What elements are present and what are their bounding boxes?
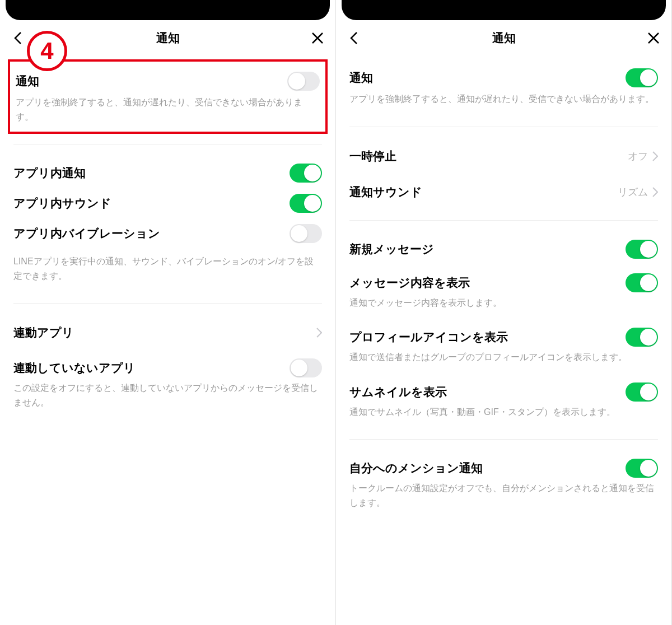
toggle-knob: [640, 69, 657, 86]
pause-value: オフ: [628, 150, 648, 163]
divider: [349, 127, 658, 127]
page-title: 通知: [492, 30, 516, 46]
close-icon: [311, 32, 324, 44]
chevron-right-icon: [652, 151, 658, 161]
step-badge: 4: [27, 31, 67, 71]
main-toggle-description: アプリを強制終了すると、通知が遅れたり、受信できない場合があります。: [349, 92, 658, 116]
close-button[interactable]: [310, 30, 325, 46]
new-message-row: 新規メッセージ: [349, 232, 658, 262]
linked-apps-row[interactable]: 連動アプリ: [13, 315, 322, 351]
main-toggle-description: アプリを強制終了すると、通知が遅れたり、受信できない場合があります。: [16, 95, 320, 126]
screenshot-right: 通知 通知 アプリを強制終了すると、通知が遅れたり、受信できない場合があります。…: [336, 0, 672, 625]
screenshot-left: 通知 4 通知 アプリを強制終了すると、通知が遅れたり、受信できない場合がありま…: [0, 0, 336, 625]
pause-label: 一時停止: [349, 148, 396, 164]
new-message-label: 新規メッセージ: [349, 241, 434, 257]
divider: [13, 144, 322, 144]
back-button[interactable]: [346, 30, 362, 46]
toggle-knob: [640, 274, 657, 291]
show-thumbnail-row: サムネイルを表示: [349, 375, 658, 405]
show-profile-toggle[interactable]: [626, 328, 658, 347]
app-notification-row: アプリ内通知: [13, 156, 322, 186]
divider: [13, 303, 322, 304]
app-vibration-toggle[interactable]: [290, 224, 322, 243]
toggle-knob: [304, 195, 321, 212]
page-title: 通知: [156, 30, 180, 46]
mention-label: 自分へのメンション通知: [349, 460, 483, 476]
main-toggle-label: 通知: [16, 73, 39, 89]
toggle-knob: [640, 241, 657, 258]
toggle-knob: [291, 360, 307, 376]
unlinked-apps-row: 連動していないアプリ: [13, 351, 322, 381]
unlinked-apps-description: この設定をオフにすると、連動していないアプリからのメッセージを受信しません。: [13, 381, 322, 419]
status-bar: [342, 0, 666, 20]
close-button[interactable]: [646, 30, 661, 46]
chevron-right-icon: [316, 328, 322, 338]
mention-row: 自分へのメンション通知: [349, 451, 658, 481]
main-toggle-row: 通知: [16, 67, 320, 95]
unlinked-apps-toggle[interactable]: [290, 358, 322, 377]
show-content-label: メッセージ内容を表示: [349, 275, 470, 291]
chevron-left-icon: [14, 31, 22, 45]
show-profile-label: プロフィールアイコンを表示: [349, 329, 508, 345]
show-thumbnail-label: サムネイルを表示: [349, 384, 447, 400]
new-message-toggle[interactable]: [626, 240, 658, 259]
close-icon: [647, 32, 660, 44]
toggle-knob: [640, 329, 657, 346]
pause-row[interactable]: 一時停止 オフ: [349, 138, 658, 174]
divider: [349, 220, 658, 221]
main-toggle[interactable]: [287, 72, 320, 91]
app-notification-label: アプリ内通知: [13, 165, 86, 181]
main-toggle-label: 通知: [349, 70, 373, 86]
mention-toggle[interactable]: [626, 459, 658, 478]
mention-description: トークルームの通知設定がオフでも、自分がメンションされると通知を受信します。: [349, 481, 658, 520]
app-sound-label: アプリ内サウンド: [13, 195, 111, 211]
chevron-right-icon: [652, 187, 658, 197]
status-bar: [6, 0, 330, 20]
sound-value-wrap: リズム: [618, 185, 658, 199]
linked-apps-label: 連動アプリ: [13, 325, 74, 341]
sound-value: リズム: [618, 185, 648, 199]
chevron-left-icon: [350, 31, 358, 45]
app-sound-row: アプリ内サウンド: [13, 186, 322, 216]
show-content-toggle[interactable]: [626, 273, 658, 292]
show-thumbnail-description: 通知でサムネイル（写真・動画・GIF・スタンプ）を表示します。: [349, 405, 658, 430]
toggle-knob: [288, 73, 305, 90]
content-left: 4 通知 アプリを強制終了すると、通知が遅れたり、受信できない場合があります。 …: [0, 59, 335, 420]
app-section-description: LINEアプリを実行中の通知、サウンド、バイブレーションのオン/オフを設定できま…: [13, 246, 322, 293]
divider: [349, 439, 658, 440]
main-toggle-row: 通知: [349, 59, 658, 92]
toggle-knob: [640, 460, 657, 477]
app-notification-toggle[interactable]: [290, 164, 322, 183]
show-profile-description: 通知で送信者またはグループのプロフィールアイコンを表示します。: [349, 350, 658, 375]
app-sound-toggle[interactable]: [290, 194, 322, 213]
toggle-knob: [291, 225, 307, 242]
highlight-box: 4 通知 アプリを強制終了すると、通知が遅れたり、受信できない場合があります。: [8, 59, 328, 134]
show-profile-row: プロフィールアイコンを表示: [349, 320, 658, 350]
back-button[interactable]: [10, 30, 26, 46]
show-thumbnail-toggle[interactable]: [626, 383, 658, 402]
header: 通知: [336, 25, 671, 59]
sound-label: 通知サウンド: [349, 184, 422, 200]
app-vibration-label: アプリ内バイブレーション: [13, 226, 160, 241]
app-vibration-row: アプリ内バイブレーション: [13, 216, 322, 246]
toggle-knob: [640, 384, 657, 400]
pause-value-wrap: オフ: [628, 150, 658, 163]
content-right: 通知 アプリを強制終了すると、通知が遅れたり、受信できない場合があります。 一時…: [336, 59, 671, 520]
show-content-description: 通知でメッセージ内容を表示します。: [349, 296, 658, 320]
toggle-knob: [304, 165, 321, 181]
main-toggle[interactable]: [626, 68, 658, 87]
unlinked-apps-label: 連動していないアプリ: [13, 360, 136, 376]
sound-row[interactable]: 通知サウンド リズム: [349, 174, 658, 210]
show-content-row: メッセージ内容を表示: [349, 265, 658, 296]
